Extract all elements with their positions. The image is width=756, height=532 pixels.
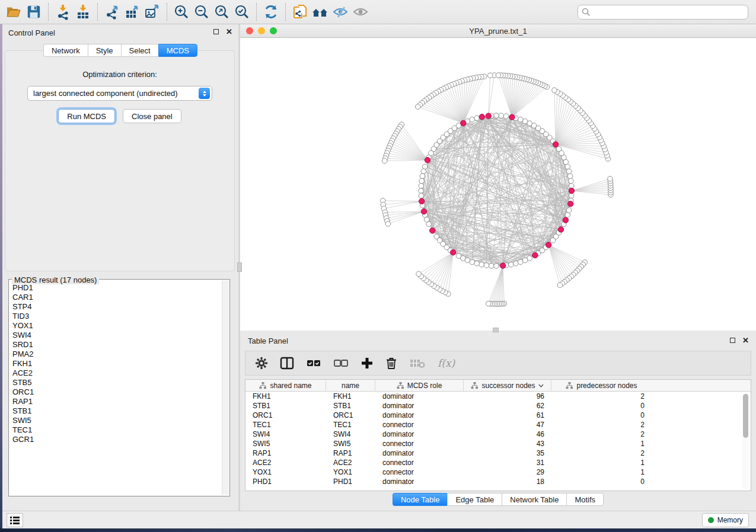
- table-cell[interactable]: connector: [375, 420, 464, 430]
- table-cell[interactable]: 46: [464, 430, 551, 439]
- column-header-name[interactable]: name: [326, 380, 375, 392]
- table-scrollbar[interactable]: [742, 393, 749, 489]
- table-cell[interactable]: 43: [464, 439, 551, 448]
- task-history-button[interactable]: [7, 513, 23, 527]
- table-cell[interactable]: dominator: [375, 448, 464, 458]
- list-item[interactable]: PMA2: [11, 350, 221, 359]
- table-cell[interactable]: STB1: [245, 401, 326, 411]
- hide-selected-button[interactable]: [330, 2, 350, 21]
- tab-node-table[interactable]: Node Table: [393, 493, 448, 506]
- table-cell[interactable]: STB1: [326, 401, 375, 411]
- table-cell[interactable]: PHD1: [245, 477, 326, 486]
- table-cell[interactable]: ACE2: [326, 458, 375, 467]
- column-header-successor-nodes[interactable]: successor nodes: [464, 380, 551, 392]
- list-item[interactable]: SRD1: [11, 340, 221, 350]
- deselect-all-icon[interactable]: [333, 357, 349, 370]
- table-cell[interactable]: 2: [551, 430, 652, 439]
- table-cell[interactable]: 2: [551, 420, 652, 430]
- list-item[interactable]: SWI5: [11, 416, 221, 425]
- column-header-shared-name[interactable]: shared name: [245, 380, 326, 392]
- list-item[interactable]: RAP1: [11, 397, 221, 406]
- mcds-result-list[interactable]: PHD1CAR1STP4TID3YOX1SWI4SRD1PMA2FKH1ACE2…: [11, 283, 221, 494]
- tab-mcds[interactable]: MCDS: [158, 44, 197, 57]
- close-table-panel-icon[interactable]: ✕: [742, 337, 749, 344]
- table-cell[interactable]: 0: [551, 477, 652, 486]
- table-cell[interactable]: connector: [375, 467, 464, 477]
- list-item[interactable]: SWI4: [11, 331, 221, 340]
- new-network-from-selection-button[interactable]: [290, 2, 310, 21]
- table-cell[interactable]: 1: [551, 439, 652, 448]
- memory-button[interactable]: Memory: [702, 513, 749, 527]
- table-cell[interactable]: 47: [464, 420, 551, 430]
- export-image-button[interactable]: [142, 2, 162, 21]
- zoom-fit-button[interactable]: [212, 2, 232, 21]
- delete-trash-icon[interactable]: [385, 357, 397, 370]
- table-cell[interactable]: 0: [551, 401, 652, 411]
- table-row[interactable]: STB1STB1dominator620: [245, 401, 751, 411]
- table-row[interactable]: FKH1FKH1dominator962: [245, 392, 751, 401]
- table-cell[interactable]: 1: [551, 458, 652, 467]
- tab-select[interactable]: Select: [121, 44, 158, 57]
- import-table-button[interactable]: [73, 2, 93, 21]
- horizontal-divider-grip[interactable]: [493, 328, 499, 332]
- table-cell[interactable]: RAP1: [245, 448, 326, 458]
- vertical-divider-grip[interactable]: [237, 262, 242, 272]
- list-item[interactable]: TID3: [11, 312, 221, 321]
- list-item[interactable]: STP4: [11, 302, 221, 312]
- column-header-predecessor-nodes[interactable]: predecessor nodes: [551, 380, 652, 392]
- settings-gear-icon[interactable]: [255, 357, 268, 370]
- table-row[interactable]: RAP1RAP1dominator352: [245, 448, 751, 458]
- import-network-button[interactable]: [53, 2, 73, 21]
- close-panel-icon[interactable]: ✕: [226, 28, 232, 35]
- table-cell[interactable]: FKH1: [326, 392, 375, 401]
- table-row[interactable]: SWI4SWI4dominator462: [245, 430, 751, 439]
- table-cell[interactable]: YOX1: [326, 467, 375, 477]
- table-row[interactable]: YOX1YOX1connector291: [245, 467, 751, 477]
- search-input[interactable]: [578, 5, 748, 20]
- table-cell[interactable]: TEC1: [326, 420, 375, 430]
- tab-style[interactable]: Style: [88, 44, 121, 57]
- show-columns-icon[interactable]: [280, 357, 294, 370]
- list-item[interactable]: ACE2: [11, 368, 221, 378]
- table-cell[interactable]: ORC1: [245, 411, 326, 420]
- zoom-selected-button[interactable]: [232, 2, 252, 21]
- table-cell[interactable]: ORC1: [326, 411, 375, 420]
- column-header-mcds-role[interactable]: MCDS role: [375, 380, 464, 392]
- list-item[interactable]: ORC1: [11, 387, 221, 397]
- table-cell[interactable]: connector: [375, 439, 464, 448]
- export-table-button[interactable]: [122, 2, 142, 21]
- run-mcds-button[interactable]: Run MCDS: [58, 109, 115, 123]
- table-cell[interactable]: 61: [464, 411, 551, 420]
- network-window-titlebar[interactable]: YPA_prune.txt_1: [240, 24, 756, 38]
- table-cell[interactable]: 29: [464, 467, 551, 477]
- table-cell[interactable]: 31: [464, 458, 551, 467]
- open-session-button[interactable]: [4, 2, 24, 21]
- table-scrollbar-thumb[interactable]: [743, 394, 748, 438]
- table-cell[interactable]: PHD1: [326, 477, 375, 486]
- table-row[interactable]: ACE2ACE2connector311: [245, 458, 751, 467]
- first-neighbors-button[interactable]: [310, 2, 330, 21]
- table-cell[interactable]: dominator: [375, 477, 464, 486]
- table-row[interactable]: ORC1ORC1dominator610: [245, 411, 751, 420]
- float-table-panel-icon[interactable]: [730, 338, 735, 343]
- tab-network-table[interactable]: Network Table: [502, 493, 566, 506]
- table-cell[interactable]: dominator: [375, 430, 464, 439]
- table-cell[interactable]: 1: [551, 467, 652, 477]
- table-cell[interactable]: FKH1: [245, 392, 326, 401]
- table-cell[interactable]: dominator: [375, 392, 464, 401]
- tab-motifs[interactable]: Motifs: [566, 493, 604, 506]
- list-item[interactable]: CAR1: [11, 293, 221, 302]
- table-cell[interactable]: SWI4: [326, 430, 375, 439]
- table-row[interactable]: PHD1PHD1dominator180: [245, 477, 751, 486]
- table-cell[interactable]: TEC1: [245, 420, 326, 430]
- tab-network[interactable]: Network: [43, 44, 88, 57]
- select-all-icon[interactable]: [306, 357, 321, 370]
- list-item[interactable]: PHD1: [11, 283, 221, 293]
- list-item[interactable]: YOX1: [11, 321, 221, 331]
- table-cell[interactable]: dominator: [375, 401, 464, 411]
- function-builder-icon[interactable]: f(x): [438, 357, 455, 369]
- save-session-button[interactable]: [24, 2, 44, 21]
- zoom-out-button[interactable]: [192, 2, 212, 21]
- table-row[interactable]: SWI5SWI5connector431: [245, 439, 751, 448]
- table-cell[interactable]: 2: [551, 392, 652, 401]
